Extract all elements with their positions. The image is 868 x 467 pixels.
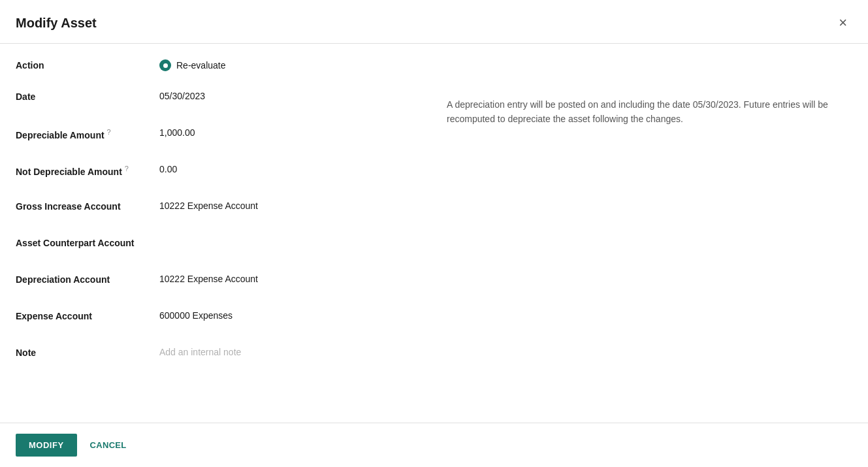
form-left: Action Re-evaluate Date 05/30/2023 Depre… (16, 59, 408, 423)
note-row: Note Add an internal note (16, 343, 408, 366)
radio-label: Re-evaluate (176, 60, 226, 71)
note-input[interactable]: Add an internal note (159, 343, 408, 357)
form-right: A depreciation entry will be posted on a… (447, 59, 852, 423)
not-depreciable-amount-value[interactable]: 0.00 (159, 160, 408, 174)
note-label: Note (16, 343, 159, 360)
modal-footer: MODIFY CANCEL (0, 423, 868, 467)
gross-increase-account-label: Gross Increase Account (16, 197, 159, 214)
not-depreciable-tooltip: ? (125, 165, 129, 172)
not-depreciable-amount-row: Not Depreciable Amount ? 0.00 (16, 160, 408, 184)
date-label: Date (16, 87, 159, 104)
radio-icon (159, 59, 171, 71)
close-button[interactable]: × (833, 13, 852, 33)
cancel-button[interactable]: CANCEL (85, 434, 132, 457)
modify-asset-modal: Modify Asset × Action Re-evaluate Date 0… (0, 0, 868, 467)
depreciable-amount-label: Depreciable Amount ? (16, 123, 159, 142)
asset-counterpart-account-row: Asset Counterpart Account (16, 233, 408, 257)
modal-body: Action Re-evaluate Date 05/30/2023 Depre… (0, 44, 868, 423)
modify-button[interactable]: MODIFY (16, 434, 77, 457)
modal-title: Modify Asset (16, 16, 97, 31)
asset-counterpart-account-value[interactable] (159, 233, 408, 237)
form-content: Action Re-evaluate Date 05/30/2023 Depre… (16, 59, 852, 423)
depreciable-amount-tooltip: ? (107, 128, 111, 136)
not-depreciable-amount-label: Not Depreciable Amount ? (16, 160, 159, 178)
date-value[interactable]: 05/30/2023 (159, 87, 408, 101)
depreciation-account-row: Depreciation Account 10222 Expense Accou… (16, 270, 408, 293)
re-evaluate-option[interactable]: Re-evaluate (159, 59, 226, 71)
depreciation-account-label: Depreciation Account (16, 270, 159, 287)
asset-counterpart-account-label: Asset Counterpart Account (16, 233, 159, 250)
expense-account-value[interactable]: 600000 Expenses (159, 306, 408, 321)
depreciable-amount-value[interactable]: 1,000.00 (159, 123, 408, 138)
depreciation-account-value[interactable]: 10222 Expense Account (159, 270, 408, 284)
expense-account-row: Expense Account 600000 Expenses (16, 306, 408, 330)
info-text: A depreciation entry will be posted on a… (447, 97, 852, 127)
action-label: Action (16, 60, 159, 71)
gross-increase-account-row: Gross Increase Account 10222 Expense Acc… (16, 197, 408, 220)
depreciable-amount-row: Depreciable Amount ? 1,000.00 (16, 123, 408, 147)
expense-account-label: Expense Account (16, 306, 159, 323)
gross-increase-account-value[interactable]: 10222 Expense Account (159, 197, 408, 211)
action-row: Action Re-evaluate (16, 59, 408, 71)
modal-header: Modify Asset × (0, 0, 868, 44)
date-row: Date 05/30/2023 (16, 87, 408, 110)
